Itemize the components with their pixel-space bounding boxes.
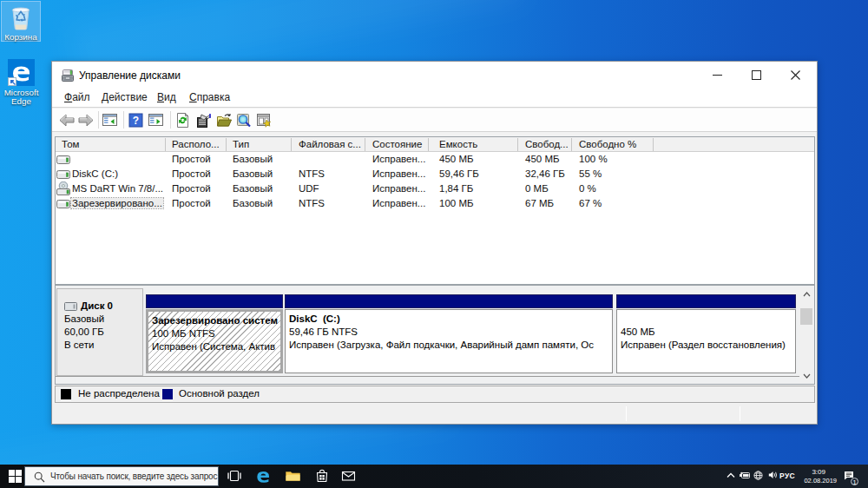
svg-text:?: ?	[133, 115, 139, 127]
